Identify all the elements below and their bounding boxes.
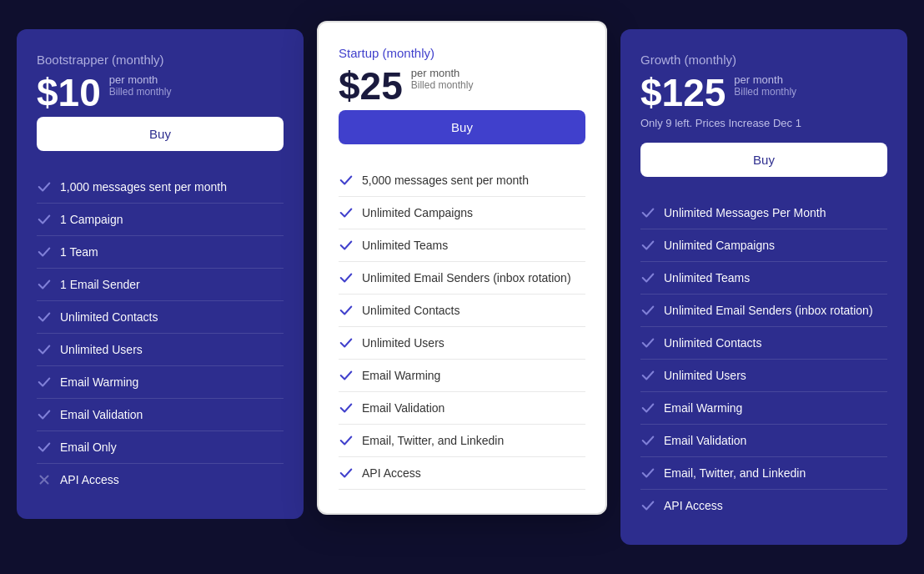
feature-text: Unlimited Contacts [362, 304, 460, 317]
feature-item: Unlimited Contacts [640, 327, 887, 360]
feature-text: 1 Email Sender [60, 278, 140, 291]
feature-text: Unlimited Campaigns [664, 239, 775, 252]
feature-item: Unlimited Contacts [339, 295, 585, 327]
feature-item: Email Warming [640, 392, 887, 425]
check-icon [37, 277, 52, 292]
feature-item: Unlimited Campaigns [339, 197, 585, 229]
check-icon [339, 433, 354, 448]
plan-name-growth: Growth (monthly) [640, 53, 887, 67]
check-icon [640, 368, 655, 383]
feature-text: Email, Twitter, and Linkedin [664, 466, 806, 480]
x-icon [37, 472, 52, 487]
buy-button-bootstrapper[interactable]: Buy [37, 117, 284, 151]
feature-text: Email Warming [60, 375, 138, 389]
check-icon [640, 466, 655, 481]
feature-text: Unlimited Email Senders (inbox rotation) [664, 304, 873, 317]
check-icon [339, 303, 354, 318]
feature-item: Email Warming [37, 366, 284, 399]
check-icon [37, 407, 52, 422]
feature-text: Unlimited Email Senders (inbox rotation) [362, 271, 571, 284]
feature-item: 1 Campaign [37, 204, 284, 236]
plan-card-growth: Growth (monthly) $125 per month Billed m… [620, 29, 907, 545]
feature-text: Unlimited Campaigns [362, 206, 473, 219]
feature-item: Email Validation [37, 399, 284, 431]
check-icon [37, 212, 52, 227]
buy-button-growth[interactable]: Buy [640, 143, 887, 177]
feature-item: Email Only [37, 431, 284, 464]
check-icon [37, 244, 52, 259]
urgency-growth: Only 9 left. Prices Increase Dec 1 [640, 117, 887, 129]
check-icon [640, 400, 655, 415]
check-icon [339, 238, 354, 253]
feature-text: 1 Campaign [60, 213, 123, 226]
feature-text: 5,000 messages sent per month [362, 174, 529, 187]
feature-item: Unlimited Email Senders (inbox rotation) [640, 295, 887, 327]
feature-item: Unlimited Teams [640, 262, 887, 295]
feature-text: Unlimited Contacts [664, 336, 762, 350]
feature-text: Unlimited Users [60, 343, 143, 356]
feature-item: 1 Team [37, 236, 284, 269]
features-list-startup: 5,000 messages sent per month Unlimited … [339, 164, 585, 490]
check-icon [339, 270, 354, 285]
check-icon [640, 433, 655, 448]
check-icon [37, 342, 52, 357]
check-icon [37, 375, 52, 390]
feature-text: Email Validation [362, 401, 444, 415]
feature-item: Email Validation [640, 425, 887, 457]
feature-item: 5,000 messages sent per month [339, 164, 585, 197]
feature-text: API Access [60, 473, 119, 486]
feature-text: Email Only [60, 441, 117, 454]
check-icon [640, 270, 655, 285]
feature-text: Email Warming [664, 401, 742, 415]
check-icon [640, 205, 655, 220]
check-icon [640, 498, 655, 513]
check-icon [37, 179, 52, 194]
check-icon [640, 335, 655, 350]
feature-text: Unlimited Messages Per Month [664, 206, 826, 219]
features-list-growth: Unlimited Messages Per Month Unlimited C… [640, 197, 887, 521]
per-month-bootstrapper: per month [109, 73, 172, 86]
plan-name-bootstrapper: Bootstrapper (monthly) [37, 53, 284, 67]
pricing-container: Bootstrapper (monthly) $10 per month Bil… [17, 29, 907, 545]
feature-text: Unlimited Users [362, 336, 444, 350]
feature-item: API Access [640, 490, 887, 521]
check-icon [339, 368, 354, 383]
feature-item: Unlimited Users [37, 334, 284, 366]
per-month-growth: per month [734, 73, 796, 86]
billed-bootstrapper: Billed monthly [109, 86, 172, 98]
feature-item: Email, Twitter, and Linkedin [640, 457, 887, 490]
check-icon [339, 335, 354, 350]
features-list-bootstrapper: 1,000 messages sent per month 1 Campaign… [37, 171, 284, 496]
feature-item: 1,000 messages sent per month [37, 171, 284, 204]
feature-item: 1 Email Sender [37, 269, 284, 301]
feature-item: Unlimited Messages Per Month [640, 197, 887, 229]
feature-item: Email Warming [339, 360, 585, 392]
feature-item: Unlimited Campaigns [640, 229, 887, 262]
check-icon [339, 466, 354, 481]
feature-item: Email, Twitter, and Linkedin [339, 425, 585, 457]
check-icon [640, 238, 655, 253]
feature-text: API Access [362, 466, 421, 480]
feature-text: Email Validation [664, 434, 746, 447]
plan-price-bootstrapper: $10 [37, 73, 101, 112]
buy-button-startup[interactable]: Buy [339, 110, 585, 144]
feature-text: Unlimited Contacts [60, 310, 158, 324]
feature-item: API Access [37, 464, 284, 496]
plan-card-bootstrapper: Bootstrapper (monthly) $10 per month Bil… [17, 29, 304, 519]
feature-text: Email Warming [362, 369, 440, 382]
billed-startup: Billed monthly [411, 79, 474, 91]
feature-item: Unlimited Users [339, 327, 585, 360]
per-month-startup: per month [411, 67, 474, 79]
feature-item: Unlimited Email Senders (inbox rotation) [339, 262, 585, 295]
plan-card-startup: Startup (monthly) $25 per month Billed m… [317, 21, 607, 515]
plan-name-startup: Startup (monthly) [339, 46, 585, 60]
check-icon [339, 400, 354, 415]
billed-growth: Billed monthly [734, 86, 796, 98]
feature-text: 1,000 messages sent per month [60, 180, 227, 194]
check-icon [37, 440, 52, 455]
feature-text: Email, Twitter, and Linkedin [362, 434, 504, 447]
feature-item: Email Validation [339, 392, 585, 425]
feature-text: 1 Team [60, 245, 98, 259]
feature-text: Unlimited Teams [362, 239, 448, 252]
check-icon [339, 205, 354, 220]
